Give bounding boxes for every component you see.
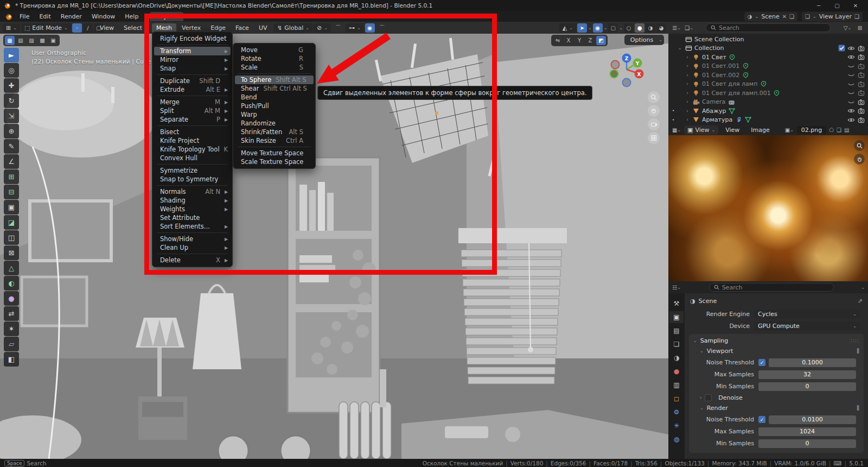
maximize-button[interactable]: ▢ xyxy=(828,0,846,11)
pin-icon[interactable]: ✕ xyxy=(782,14,787,20)
transform-menu-item-scale[interactable]: ScaleS xyxy=(233,63,315,72)
mesh-menu-item-normals[interactable]: NormalsAlt N▶ xyxy=(152,187,232,196)
transform-menu-item-rotate[interactable]: RotateR xyxy=(233,54,315,63)
disclosure-closed-icon[interactable]: › xyxy=(685,109,690,113)
outliner-row-01-свет-для-ламп[interactable]: ›01 Свет для ламп xyxy=(668,80,868,89)
outliner-row-01-свет-для-ламп-001[interactable]: ›01 Свет для ламп.001 xyxy=(668,89,868,98)
disclosure-closed-icon[interactable]: › xyxy=(685,81,690,86)
select-intersect-button[interactable]: ▣ xyxy=(48,36,58,45)
transform-menu-item-move-texture-space[interactable]: Move Texture Space xyxy=(233,149,315,157)
disclosure-closed-icon[interactable]: › xyxy=(685,117,690,122)
tool-edge-slide[interactable]: ⇄ xyxy=(4,306,19,321)
navigation-gizmo[interactable]: Z Y X xyxy=(608,52,646,90)
duplicate-layer-icon[interactable]: ❏ xyxy=(854,14,859,20)
outliner-search-input[interactable]: Search xyxy=(706,23,831,32)
mesh-menu-item-knife-project[interactable]: Knife Project xyxy=(152,136,232,145)
tool-loop-cut[interactable]: ◫ xyxy=(4,230,19,245)
scene-selector[interactable]: ◑⌄ Scene ✕ ❏ xyxy=(744,12,797,21)
outliner-row-01-свет-002[interactable]: ›01 Свет.002 xyxy=(668,71,868,80)
menu-edit[interactable]: Edit xyxy=(34,12,55,21)
outliner-row-scene-collection[interactable]: Scene Collection xyxy=(668,35,868,44)
new-collection-button[interactable]: ⊞ xyxy=(855,23,865,33)
tool-bevel[interactable]: ◪ xyxy=(4,215,19,230)
image-zoom-icon[interactable] xyxy=(854,140,865,151)
options-dropdown[interactable]: Options xyxy=(626,36,658,44)
mesh-menu-item-sort-elements[interactable]: Sort Elements...▶ xyxy=(152,222,232,231)
tool-move[interactable]: ✚ xyxy=(4,78,19,93)
mirror-icon[interactable]: ⇋ xyxy=(553,36,563,45)
rn-noise-threshold-field[interactable]: 0.0100 xyxy=(769,415,856,424)
transform-menu-item-push-pull[interactable]: Push/Pull xyxy=(233,102,315,110)
tool-select-box[interactable]: ► xyxy=(4,48,19,62)
disclosure-closed-icon[interactable]: › xyxy=(685,91,690,96)
filter-funnel-dropdown[interactable]: ▽⌄ xyxy=(843,23,852,33)
tool-shrink-fatten[interactable]: ✶ xyxy=(4,321,19,336)
mesh-menu-item-bisect[interactable]: Bisect xyxy=(152,128,232,136)
image-view-menu[interactable]: View xyxy=(721,125,744,135)
properties-tab-scene[interactable]: ◑ xyxy=(669,352,684,364)
mesh-menu-item-weights[interactable]: Weights▶ xyxy=(152,205,232,213)
visibility-dropdown[interactable]: ◭ ⌄ xyxy=(559,23,576,33)
shading-wireframe-button[interactable]: ○ xyxy=(624,23,634,33)
view-layer-selector[interactable]: ❏⌄ View Layer ❏ xyxy=(802,12,863,21)
denoise-subpanel-header[interactable]: › Denoise xyxy=(689,393,864,403)
minimize-button[interactable]: ─ xyxy=(809,0,828,11)
transform-menu-item-skin-resize[interactable]: Skin ResizeCtrl A xyxy=(233,136,315,145)
outliner-row-арматура[interactable]: •›Арматура xyxy=(668,116,868,125)
properties-options-chevron[interactable]: ⌄ xyxy=(861,285,865,290)
outliner-filter-icon-dropdown[interactable]: ❏⌄ xyxy=(684,23,694,33)
disclosure-closed-icon[interactable]: › xyxy=(685,99,690,104)
transform-menu-item-shrink-fatten[interactable]: Shrink/FattenAlt S xyxy=(233,128,315,136)
render-engine-dropdown[interactable]: Cycles⌄ xyxy=(754,310,860,319)
tool-extrude-region[interactable]: ⊟ xyxy=(4,185,19,199)
shading-rendered-button[interactable]: ◕ xyxy=(656,23,666,33)
render-subpanel-header[interactable]: ⌄Render ⫼ xyxy=(689,403,864,413)
falloff-curve-icon[interactable]: ⌒ xyxy=(376,23,388,33)
select-tweak-button[interactable]: ▦ xyxy=(5,36,15,45)
menu-help[interactable]: Help xyxy=(120,12,143,21)
transform-menu-item-move[interactable]: MoveG xyxy=(233,46,315,54)
viewport-menu-face[interactable]: Face xyxy=(231,23,253,33)
device-dropdown[interactable]: GPU Compute⌄ xyxy=(754,321,860,331)
viewport-menu-select[interactable]: Select xyxy=(119,23,146,33)
disclosure-closed-icon[interactable]: › xyxy=(685,64,690,68)
properties-tab-collection[interactable]: ▥ xyxy=(669,379,684,391)
perspective-toggle-button[interactable] xyxy=(648,132,660,144)
mesh-menu-item-transform[interactable]: Transform▶ xyxy=(154,47,231,55)
mesh-menu-item-knife-topology-tool[interactable]: Knife Topology ToolK xyxy=(152,145,232,154)
mesh-menu-item-symmetrize[interactable]: Symmetrize xyxy=(152,166,232,175)
workspace-tab-layout[interactable]: Layout xyxy=(150,12,183,21)
tool-inset-faces[interactable]: ▣ xyxy=(4,200,19,214)
vp-noise-threshold-checkbox[interactable]: ✓ xyxy=(758,359,765,366)
tool-transform[interactable]: ⊕ xyxy=(4,124,19,138)
properties-tab-tool[interactable]: ⚒ xyxy=(669,298,684,310)
select-extend-button[interactable]: ▨ xyxy=(27,36,36,45)
pivot-point-dropdown[interactable]: ⊘ ⌄ xyxy=(314,23,331,33)
transform-menu-item-bend[interactable]: Bend xyxy=(233,93,315,102)
menu-file[interactable]: File xyxy=(15,12,34,21)
transform-menu-item-randomize[interactable]: Randomize xyxy=(233,119,315,128)
edge-select-mode-button[interactable]: ∕ xyxy=(83,23,93,33)
tool-rotate[interactable]: ↻ xyxy=(4,93,19,108)
mode-dropdown[interactable]: ⬚ Edit Mode ⌄ xyxy=(21,23,71,33)
tool-smooth[interactable]: ● xyxy=(4,291,19,306)
select-subtract-button[interactable]: ▩ xyxy=(37,36,47,45)
vp-noise-threshold-field[interactable]: 0.1000 xyxy=(769,358,856,367)
properties-editor-type-button[interactable]: ☷⌄ xyxy=(672,283,681,292)
sampling-panel-header[interactable]: ⌄Sampling :::: xyxy=(689,335,864,346)
properties-search-input[interactable]: Search xyxy=(709,283,834,292)
transform-orientation-dropdown[interactable]: ↯ Global ⌄ xyxy=(274,23,312,33)
vertex-select-mode-button[interactable]: ◦ xyxy=(72,23,82,33)
close-button[interactable]: ✕ xyxy=(846,0,865,11)
fake-user-shield-icon[interactable]: ⬠ xyxy=(829,127,834,133)
viewport-menu-vertex[interactable]: Vertex xyxy=(177,23,205,33)
tool-rip-region[interactable]: ◧ xyxy=(4,352,19,367)
properties-tab-view-layer[interactable]: ❏ xyxy=(669,338,684,350)
mesh-menu-item-separate[interactable]: SeparateP▶ xyxy=(152,115,232,124)
snap-target-dropdown[interactable]: ⊶ ⌄ xyxy=(346,23,364,33)
tool-poly-build[interactable]: △ xyxy=(4,261,19,275)
mirror-y-button[interactable]: Y xyxy=(575,36,584,45)
blender-app-icon[interactable] xyxy=(4,12,12,21)
properties-tab-object[interactable]: ◻ xyxy=(669,393,684,405)
editor-type-button[interactable]: ⊞ ⌄ xyxy=(3,23,20,33)
